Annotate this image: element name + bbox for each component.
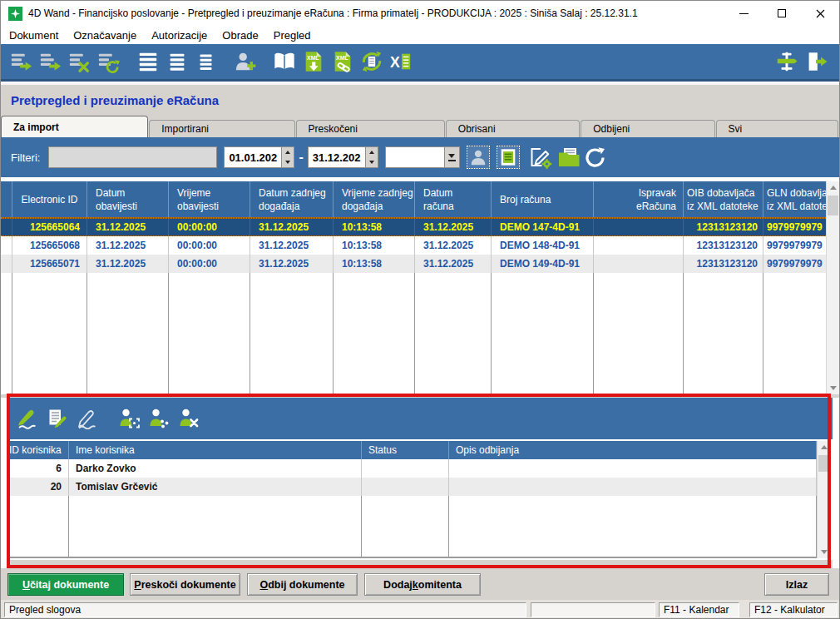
- filter-combo-input[interactable]: [385, 146, 445, 168]
- cell-datum-obavijesti: 31.12.2025: [87, 255, 169, 273]
- scroll-thumb[interactable]: [818, 455, 829, 472]
- column-header-opis-odbijanja[interactable]: Opis odbijanja: [449, 441, 817, 459]
- signpost-icon[interactable]: [774, 49, 799, 74]
- app-window: 4D Wand - Financijsko poslovanje - Pretp…: [0, 0, 840, 619]
- scroll-up-arrow[interactable]: [818, 441, 830, 453]
- open-folder-icon[interactable]: [556, 145, 581, 170]
- sync-document-icon[interactable]: [359, 49, 384, 74]
- excel-export-icon[interactable]: X: [388, 49, 413, 74]
- user-row[interactable]: 6 Darko Zovko: [7, 459, 817, 478]
- page-title: Pretpregled i preuzimanje eRačuna: [1, 93, 219, 107]
- panel-bottom-strip: [7, 560, 833, 568]
- maximize-button[interactable]: [763, 1, 801, 26]
- column-header-broj-racuna[interactable]: Broj računa: [492, 181, 594, 217]
- menu-obrade[interactable]: Obrade: [215, 29, 265, 42]
- cell-user-name: Tomislav Grčević: [69, 478, 362, 496]
- unsign-pen-icon[interactable]: [76, 407, 99, 430]
- user-row[interactable]: 20 Tomislav Grčević: [7, 478, 817, 496]
- table-row[interactable]: 125665071 31.12.2025 00:00:00 31.12.2025…: [1, 255, 839, 273]
- list-all-icon[interactable]: [136, 49, 161, 74]
- column-header-gln[interactable]: GLN dobavljačaiz XML datoteke: [763, 181, 828, 217]
- column-header-status[interactable]: Status: [362, 441, 449, 459]
- tab-svi[interactable]: Svi: [716, 120, 838, 137]
- date-to-spinner[interactable]: [366, 146, 378, 168]
- window-title: 4D Wand - Financijsko poslovanje - Pretp…: [28, 7, 724, 19]
- tab-preskoceni[interactable]: Preskočeni: [296, 120, 445, 137]
- tab-importirani[interactable]: Importirani: [149, 120, 294, 137]
- user-select-icon[interactable]: [117, 407, 141, 430]
- filter-bar: Filteri: -: [1, 137, 839, 177]
- column-header-oib[interactable]: OIB dobavljačaiz XML datoteke: [684, 181, 763, 217]
- tab-obrisani[interactable]: Obrisani: [446, 120, 580, 137]
- column-header-id-korisnika[interactable]: ID korisnika: [7, 441, 69, 459]
- column-header-ime-korisnika[interactable]: Ime korisnika: [69, 441, 362, 459]
- add-client-button[interactable]: Dodaj komitenta: [364, 573, 481, 596]
- user-remove-icon[interactable]: [177, 407, 200, 430]
- column-header-ispravak[interactable]: IspravakeRačuna: [594, 181, 684, 217]
- filter-text-input[interactable]: [48, 146, 217, 168]
- unmark-rows-icon[interactable]: [67, 49, 92, 74]
- user-options-icon[interactable]: [147, 407, 170, 430]
- reset-filters-icon[interactable]: [583, 145, 608, 170]
- sign-document-icon[interactable]: [46, 407, 69, 430]
- status-f11-kalendar[interactable]: F11 - Kalendar: [659, 602, 739, 617]
- tab-za-import[interactable]: Za import: [1, 116, 148, 137]
- cell-electronic-id: 125665068: [12, 236, 87, 255]
- cell-datum-zadnjeg: 31.12.2025: [250, 219, 334, 235]
- scroll-down-arrow[interactable]: [827, 382, 839, 394]
- list-filter-toggle[interactable]: [497, 146, 520, 169]
- exit-icon[interactable]: [803, 49, 828, 74]
- column-header-datum-racuna[interactable]: Datumračuna: [415, 181, 492, 217]
- authorization-panel: ID korisnika Ime korisnika Status Opis o…: [7, 398, 833, 568]
- menu-autorizacije[interactable]: Autorizacije: [144, 29, 215, 42]
- export-marked-icon[interactable]: [38, 49, 63, 74]
- column-header-marker: [1, 181, 12, 217]
- list-medium-icon[interactable]: [165, 49, 190, 74]
- list-small-icon[interactable]: [194, 49, 219, 74]
- column-header-vrijeme-zadnjeg[interactable]: Vrijeme zadnjegdogađaja: [334, 181, 415, 217]
- menu-oznacavanje[interactable]: Označavanje: [66, 29, 144, 42]
- menu-dokument[interactable]: Dokument: [1, 29, 66, 42]
- skip-documents-button[interactable]: Preskoči dokumente: [130, 573, 240, 596]
- load-documents-button[interactable]: Učitaj dokumente: [7, 573, 124, 596]
- cell-datum-obavijesti: 31.12.2025: [87, 236, 169, 255]
- table-row[interactable]: 125665068 31.12.2025 00:00:00 31.12.2025…: [1, 236, 839, 255]
- cell-datum-racuna: 31.12.2025: [415, 236, 492, 255]
- date-to-input[interactable]: [308, 146, 366, 168]
- refresh-marks-icon[interactable]: [96, 49, 121, 74]
- add-user-icon[interactable]: [233, 49, 258, 74]
- minimize-button[interactable]: [724, 1, 763, 26]
- user-filter-toggle[interactable]: [467, 146, 490, 169]
- status-f12-kalkulator[interactable]: F12 - Kalkulator: [749, 602, 838, 617]
- subgrid-vertical-scrollbar[interactable]: [817, 441, 830, 558]
- main-toolbar: XML XML X: [1, 44, 839, 82]
- export-rows-icon[interactable]: [9, 49, 34, 74]
- exit-button[interactable]: Izlaz: [764, 573, 829, 596]
- close-button[interactable]: [801, 1, 839, 26]
- list-filter-icon: [498, 147, 518, 167]
- sign-pen-icon[interactable]: [16, 407, 39, 430]
- table-row-selected[interactable]: 125665064 31.12.2025 00:00:00 31.12.2025…: [1, 218, 839, 236]
- cell-datum-racuna: 31.12.2025: [415, 255, 492, 273]
- grid-vertical-scrollbar[interactable]: [826, 181, 839, 394]
- xml-link-icon[interactable]: XML: [330, 49, 355, 74]
- open-book-icon[interactable]: [272, 49, 297, 74]
- column-header-vrijeme-obavijesti[interactable]: Vrijemeobavijesti: [169, 181, 250, 217]
- tab-odbijeni[interactable]: Odbijeni: [581, 120, 714, 137]
- scroll-down-arrow[interactable]: [818, 546, 830, 558]
- scroll-thumb[interactable]: [828, 196, 838, 215]
- edit-settings-icon[interactable]: [528, 145, 553, 170]
- column-header-datum-obavijesti[interactable]: Datumobavijesti: [87, 181, 169, 217]
- cell-ispravak: [594, 236, 684, 255]
- reject-documents-button[interactable]: Odbij dokumente: [247, 573, 358, 596]
- svg-text:X: X: [390, 54, 400, 71]
- date-from-spinner[interactable]: [282, 146, 294, 168]
- column-header-electronic-id[interactable]: Electronic ID: [12, 181, 87, 217]
- date-from-input[interactable]: [224, 146, 282, 168]
- menu-pregled[interactable]: Pregled: [266, 29, 319, 42]
- xml-download-icon[interactable]: XML: [301, 49, 326, 74]
- combo-dropdown-button[interactable]: [445, 146, 460, 168]
- column-header-datum-zadnjeg[interactable]: Datum zadnjegdogađaja: [250, 181, 334, 217]
- grid-header: Electronic ID Datumobavijesti Vrijemeoba…: [1, 181, 839, 218]
- scroll-up-arrow[interactable]: [827, 181, 839, 194]
